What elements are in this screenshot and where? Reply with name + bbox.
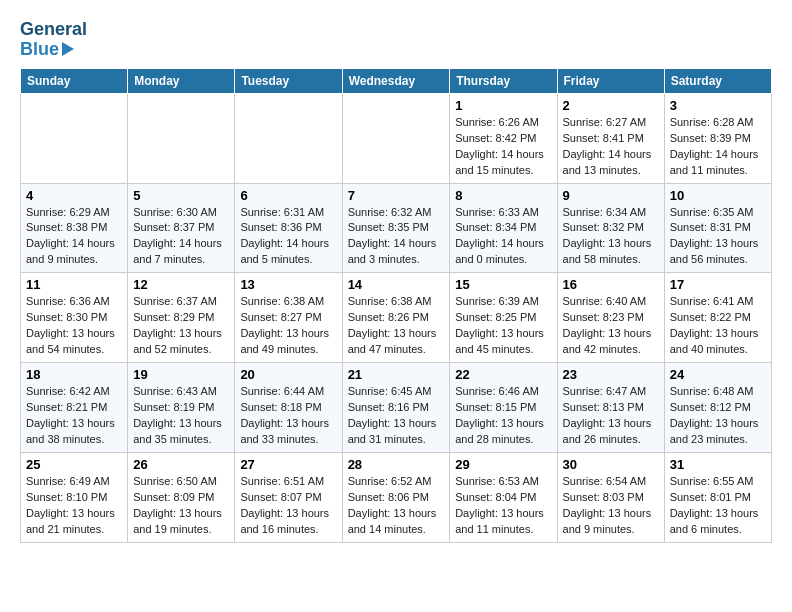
day-info: Sunrise: 6:36 AM Sunset: 8:30 PM Dayligh… xyxy=(26,294,122,358)
day-number: 25 xyxy=(26,457,122,472)
day-number: 11 xyxy=(26,277,122,292)
calendar-day-cell: 16Sunrise: 6:40 AM Sunset: 8:23 PM Dayli… xyxy=(557,273,664,363)
calendar-week-row: 4Sunrise: 6:29 AM Sunset: 8:38 PM Daylig… xyxy=(21,183,772,273)
day-info: Sunrise: 6:39 AM Sunset: 8:25 PM Dayligh… xyxy=(455,294,551,358)
day-number: 23 xyxy=(563,367,659,382)
calendar-day-cell: 24Sunrise: 6:48 AM Sunset: 8:12 PM Dayli… xyxy=(664,363,771,453)
calendar-day-cell: 13Sunrise: 6:38 AM Sunset: 8:27 PM Dayli… xyxy=(235,273,342,363)
day-info: Sunrise: 6:50 AM Sunset: 8:09 PM Dayligh… xyxy=(133,474,229,538)
calendar-day-cell: 28Sunrise: 6:52 AM Sunset: 8:06 PM Dayli… xyxy=(342,452,450,542)
day-number: 31 xyxy=(670,457,766,472)
page-header: General Blue xyxy=(20,20,772,58)
day-info: Sunrise: 6:38 AM Sunset: 8:26 PM Dayligh… xyxy=(348,294,445,358)
day-info: Sunrise: 6:30 AM Sunset: 8:37 PM Dayligh… xyxy=(133,205,229,269)
day-info: Sunrise: 6:45 AM Sunset: 8:16 PM Dayligh… xyxy=(348,384,445,448)
day-info: Sunrise: 6:44 AM Sunset: 8:18 PM Dayligh… xyxy=(240,384,336,448)
calendar-day-cell: 30Sunrise: 6:54 AM Sunset: 8:03 PM Dayli… xyxy=(557,452,664,542)
calendar-day-cell: 3Sunrise: 6:28 AM Sunset: 8:39 PM Daylig… xyxy=(664,93,771,183)
calendar-day-cell: 18Sunrise: 6:42 AM Sunset: 8:21 PM Dayli… xyxy=(21,363,128,453)
logo-arrow-icon xyxy=(62,42,74,56)
calendar-week-row: 25Sunrise: 6:49 AM Sunset: 8:10 PM Dayli… xyxy=(21,452,772,542)
day-number: 10 xyxy=(670,188,766,203)
calendar-day-cell: 27Sunrise: 6:51 AM Sunset: 8:07 PM Dayli… xyxy=(235,452,342,542)
calendar-day-header: Sunday xyxy=(21,68,128,93)
calendar-week-row: 11Sunrise: 6:36 AM Sunset: 8:30 PM Dayli… xyxy=(21,273,772,363)
day-info: Sunrise: 6:41 AM Sunset: 8:22 PM Dayligh… xyxy=(670,294,766,358)
day-number: 8 xyxy=(455,188,551,203)
day-info: Sunrise: 6:27 AM Sunset: 8:41 PM Dayligh… xyxy=(563,115,659,179)
day-info: Sunrise: 6:40 AM Sunset: 8:23 PM Dayligh… xyxy=(563,294,659,358)
day-info: Sunrise: 6:32 AM Sunset: 8:35 PM Dayligh… xyxy=(348,205,445,269)
day-number: 21 xyxy=(348,367,445,382)
day-number: 22 xyxy=(455,367,551,382)
day-info: Sunrise: 6:26 AM Sunset: 8:42 PM Dayligh… xyxy=(455,115,551,179)
calendar-day-cell: 5Sunrise: 6:30 AM Sunset: 8:37 PM Daylig… xyxy=(128,183,235,273)
calendar-day-cell: 25Sunrise: 6:49 AM Sunset: 8:10 PM Dayli… xyxy=(21,452,128,542)
day-number: 7 xyxy=(348,188,445,203)
calendar-header-row: SundayMondayTuesdayWednesdayThursdayFrid… xyxy=(21,68,772,93)
day-number: 9 xyxy=(563,188,659,203)
day-info: Sunrise: 6:35 AM Sunset: 8:31 PM Dayligh… xyxy=(670,205,766,269)
calendar-day-header: Wednesday xyxy=(342,68,450,93)
calendar-day-cell: 22Sunrise: 6:46 AM Sunset: 8:15 PM Dayli… xyxy=(450,363,557,453)
day-info: Sunrise: 6:48 AM Sunset: 8:12 PM Dayligh… xyxy=(670,384,766,448)
calendar-day-cell: 11Sunrise: 6:36 AM Sunset: 8:30 PM Dayli… xyxy=(21,273,128,363)
calendar-day-cell: 2Sunrise: 6:27 AM Sunset: 8:41 PM Daylig… xyxy=(557,93,664,183)
day-info: Sunrise: 6:28 AM Sunset: 8:39 PM Dayligh… xyxy=(670,115,766,179)
logo-blue: Blue xyxy=(20,40,59,58)
day-info: Sunrise: 6:47 AM Sunset: 8:13 PM Dayligh… xyxy=(563,384,659,448)
calendar-day-cell: 19Sunrise: 6:43 AM Sunset: 8:19 PM Dayli… xyxy=(128,363,235,453)
day-number: 5 xyxy=(133,188,229,203)
day-info: Sunrise: 6:42 AM Sunset: 8:21 PM Dayligh… xyxy=(26,384,122,448)
logo-general: General xyxy=(20,20,87,40)
day-info: Sunrise: 6:33 AM Sunset: 8:34 PM Dayligh… xyxy=(455,205,551,269)
calendar-day-header: Monday xyxy=(128,68,235,93)
day-number: 29 xyxy=(455,457,551,472)
day-number: 20 xyxy=(240,367,336,382)
calendar-day-cell: 29Sunrise: 6:53 AM Sunset: 8:04 PM Dayli… xyxy=(450,452,557,542)
day-number: 1 xyxy=(455,98,551,113)
calendar-day-header: Thursday xyxy=(450,68,557,93)
day-number: 3 xyxy=(670,98,766,113)
day-number: 26 xyxy=(133,457,229,472)
day-number: 14 xyxy=(348,277,445,292)
calendar-day-cell: 6Sunrise: 6:31 AM Sunset: 8:36 PM Daylig… xyxy=(235,183,342,273)
day-number: 30 xyxy=(563,457,659,472)
calendar-day-cell: 23Sunrise: 6:47 AM Sunset: 8:13 PM Dayli… xyxy=(557,363,664,453)
calendar-day-cell: 8Sunrise: 6:33 AM Sunset: 8:34 PM Daylig… xyxy=(450,183,557,273)
day-number: 6 xyxy=(240,188,336,203)
calendar-day-cell: 15Sunrise: 6:39 AM Sunset: 8:25 PM Dayli… xyxy=(450,273,557,363)
calendar-day-cell: 4Sunrise: 6:29 AM Sunset: 8:38 PM Daylig… xyxy=(21,183,128,273)
calendar-body: 1Sunrise: 6:26 AM Sunset: 8:42 PM Daylig… xyxy=(21,93,772,542)
day-number: 4 xyxy=(26,188,122,203)
day-number: 15 xyxy=(455,277,551,292)
calendar-table: SundayMondayTuesdayWednesdayThursdayFrid… xyxy=(20,68,772,543)
calendar-day-cell: 10Sunrise: 6:35 AM Sunset: 8:31 PM Dayli… xyxy=(664,183,771,273)
day-info: Sunrise: 6:49 AM Sunset: 8:10 PM Dayligh… xyxy=(26,474,122,538)
day-info: Sunrise: 6:46 AM Sunset: 8:15 PM Dayligh… xyxy=(455,384,551,448)
day-number: 2 xyxy=(563,98,659,113)
calendar-day-cell: 1Sunrise: 6:26 AM Sunset: 8:42 PM Daylig… xyxy=(450,93,557,183)
day-info: Sunrise: 6:43 AM Sunset: 8:19 PM Dayligh… xyxy=(133,384,229,448)
day-number: 13 xyxy=(240,277,336,292)
calendar-day-cell xyxy=(342,93,450,183)
calendar-day-header: Friday xyxy=(557,68,664,93)
day-info: Sunrise: 6:52 AM Sunset: 8:06 PM Dayligh… xyxy=(348,474,445,538)
day-number: 18 xyxy=(26,367,122,382)
calendar-day-cell: 9Sunrise: 6:34 AM Sunset: 8:32 PM Daylig… xyxy=(557,183,664,273)
day-number: 28 xyxy=(348,457,445,472)
day-number: 19 xyxy=(133,367,229,382)
day-info: Sunrise: 6:37 AM Sunset: 8:29 PM Dayligh… xyxy=(133,294,229,358)
calendar-day-cell: 7Sunrise: 6:32 AM Sunset: 8:35 PM Daylig… xyxy=(342,183,450,273)
calendar-day-cell: 12Sunrise: 6:37 AM Sunset: 8:29 PM Dayli… xyxy=(128,273,235,363)
calendar-week-row: 18Sunrise: 6:42 AM Sunset: 8:21 PM Dayli… xyxy=(21,363,772,453)
logo: General Blue xyxy=(20,20,87,58)
calendar-day-cell: 31Sunrise: 6:55 AM Sunset: 8:01 PM Dayli… xyxy=(664,452,771,542)
day-number: 12 xyxy=(133,277,229,292)
day-info: Sunrise: 6:31 AM Sunset: 8:36 PM Dayligh… xyxy=(240,205,336,269)
day-info: Sunrise: 6:55 AM Sunset: 8:01 PM Dayligh… xyxy=(670,474,766,538)
calendar-day-cell: 20Sunrise: 6:44 AM Sunset: 8:18 PM Dayli… xyxy=(235,363,342,453)
day-number: 16 xyxy=(563,277,659,292)
day-info: Sunrise: 6:34 AM Sunset: 8:32 PM Dayligh… xyxy=(563,205,659,269)
calendar-day-cell xyxy=(21,93,128,183)
